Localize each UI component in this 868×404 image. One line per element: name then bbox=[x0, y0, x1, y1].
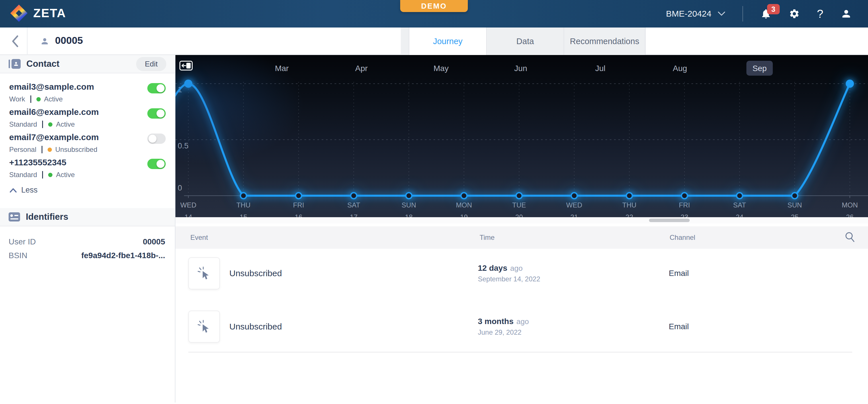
contact-card-icon bbox=[9, 59, 21, 69]
svg-text:25: 25 bbox=[791, 213, 799, 217]
chart-scrollbar-thumb[interactable] bbox=[649, 218, 690, 222]
subline-separator bbox=[41, 146, 42, 153]
search-button[interactable] bbox=[844, 232, 856, 243]
svg-text:19: 19 bbox=[460, 213, 468, 217]
edit-button[interactable]: Edit bbox=[136, 57, 166, 71]
svg-text:24: 24 bbox=[736, 213, 744, 217]
account-switcher[interactable]: BME-20424 bbox=[666, 9, 725, 19]
help-icon: ? bbox=[817, 7, 823, 20]
svg-text:MON: MON bbox=[456, 201, 472, 209]
identifiers-section-header: Identifiers bbox=[0, 208, 175, 226]
status-label: Active bbox=[56, 120, 74, 128]
contact-item: email7@example.com Personal Unsubscribed bbox=[9, 130, 166, 153]
time-relative: 12 days bbox=[478, 264, 507, 272]
svg-text:Sep: Sep bbox=[752, 64, 767, 73]
svg-text:Apr: Apr bbox=[355, 64, 368, 73]
column-time: Time bbox=[479, 234, 495, 241]
events-table-header: Event Time Channel bbox=[176, 226, 868, 249]
contact-subline: Personal Unsubscribed bbox=[9, 145, 166, 154]
event-time: 3 monthsago June 29, 2022 bbox=[478, 317, 529, 336]
event-row[interactable]: Unsubscribed 12 daysago September 14, 20… bbox=[188, 257, 852, 290]
contact-toggle[interactable] bbox=[147, 83, 166, 93]
svg-text:SUN: SUN bbox=[787, 201, 802, 209]
user-menu-button[interactable] bbox=[840, 8, 852, 20]
contact-toggle[interactable] bbox=[147, 108, 166, 119]
svg-text:THU: THU bbox=[237, 201, 251, 209]
identifier-row: User ID 00005 bbox=[9, 235, 165, 249]
svg-text:FRI: FRI bbox=[293, 201, 304, 209]
time-suffix: ago bbox=[516, 317, 529, 326]
svg-text:26: 26 bbox=[846, 213, 854, 217]
row-divider bbox=[188, 352, 852, 352]
tab-journey[interactable]: Journey bbox=[409, 28, 486, 55]
collapse-panel-icon[interactable] bbox=[180, 61, 193, 70]
column-event: Event bbox=[190, 234, 208, 241]
subline-separator bbox=[42, 171, 43, 178]
contact-type: Standard bbox=[9, 120, 37, 128]
chevron-up-icon bbox=[10, 188, 17, 193]
contact-value: email6@example.com bbox=[9, 107, 166, 117]
svg-text:TUE: TUE bbox=[512, 201, 526, 209]
svg-text:Aug: Aug bbox=[673, 64, 687, 73]
status-label: Active bbox=[56, 171, 74, 179]
account-id: BME-20424 bbox=[666, 9, 711, 19]
svg-text:23: 23 bbox=[681, 213, 688, 217]
back-button[interactable] bbox=[8, 34, 22, 48]
chart-scrollbar-track[interactable] bbox=[176, 217, 868, 224]
subline-separator bbox=[30, 95, 31, 103]
contact-toggle[interactable] bbox=[147, 134, 166, 144]
event-name: Unsubscribed bbox=[229, 268, 282, 278]
svg-text:WED: WED bbox=[180, 201, 196, 209]
contact-type: Standard bbox=[9, 171, 37, 179]
svg-text:SAT: SAT bbox=[347, 201, 360, 209]
svg-text:THU: THU bbox=[622, 201, 637, 209]
column-channel: Channel bbox=[670, 234, 695, 241]
cursor-click-icon bbox=[197, 320, 211, 334]
time-suffix: ago bbox=[510, 264, 523, 272]
contact-section-header: Contact Edit bbox=[0, 55, 175, 73]
collapse-label: Less bbox=[21, 186, 37, 195]
journey-timeline-chart: WED14THU15FRI16SAT17SUN18MON19TUE20WED21… bbox=[176, 55, 868, 217]
event-row[interactable]: Unsubscribed 3 monthsago June 29, 2022 E… bbox=[188, 311, 852, 343]
chevron-left-icon bbox=[11, 35, 19, 47]
status-dot bbox=[48, 147, 52, 152]
contact-toggle[interactable] bbox=[147, 159, 166, 169]
header-divider bbox=[27, 28, 28, 55]
event-icon-card bbox=[188, 311, 220, 343]
status-dot bbox=[48, 173, 53, 177]
svg-text:22: 22 bbox=[625, 213, 633, 217]
tab-data[interactable]: Data bbox=[486, 28, 564, 55]
status-dot bbox=[48, 122, 53, 127]
navbar-right-cluster: BME-20424 3 ? bbox=[666, 0, 852, 28]
svg-text:SUN: SUN bbox=[402, 201, 416, 209]
contact-item: email6@example.com Standard Active bbox=[9, 104, 166, 127]
time-relative: 3 months bbox=[478, 317, 514, 326]
identifiers-card-icon bbox=[9, 212, 20, 222]
contact-subline: Standard Active bbox=[9, 171, 166, 179]
status-label: Active bbox=[44, 95, 63, 103]
profile-person-icon bbox=[40, 37, 49, 46]
logo-text: ZETA bbox=[33, 6, 66, 20]
notification-count-badge: 3 bbox=[767, 4, 780, 14]
svg-text:21: 21 bbox=[570, 213, 578, 217]
gear-icon bbox=[789, 8, 800, 19]
settings-button[interactable] bbox=[789, 8, 800, 19]
collapse-contacts-link[interactable]: Less bbox=[10, 186, 37, 195]
contact-type: Personal bbox=[9, 145, 36, 154]
svg-text:20: 20 bbox=[515, 213, 523, 217]
user-avatar-icon bbox=[840, 8, 852, 20]
identifier-label: BSIN bbox=[9, 251, 27, 260]
svg-text:16: 16 bbox=[295, 213, 303, 217]
contact-subline: Standard Active bbox=[9, 120, 166, 128]
help-button[interactable]: ? bbox=[817, 7, 823, 20]
notifications-button[interactable]: 3 bbox=[760, 8, 772, 20]
contact-value: +11235552345 bbox=[9, 158, 166, 167]
contact-item: email3@sample.com Work Active bbox=[9, 79, 166, 102]
zeta-logo[interactable]: ZETA bbox=[10, 4, 66, 22]
tab-recommendations[interactable]: Recommendations bbox=[564, 28, 645, 55]
event-time: 12 daysago September 14, 2022 bbox=[478, 264, 540, 283]
top-navbar: ZETA DEMO BME-20424 3 ? bbox=[0, 0, 868, 28]
identifier-row: BSIN fe9a94d2-fbe1-418b-... bbox=[9, 249, 165, 263]
identifier-label: User ID bbox=[9, 237, 36, 246]
tab-bar: Journey Data Recommendations bbox=[401, 28, 646, 55]
